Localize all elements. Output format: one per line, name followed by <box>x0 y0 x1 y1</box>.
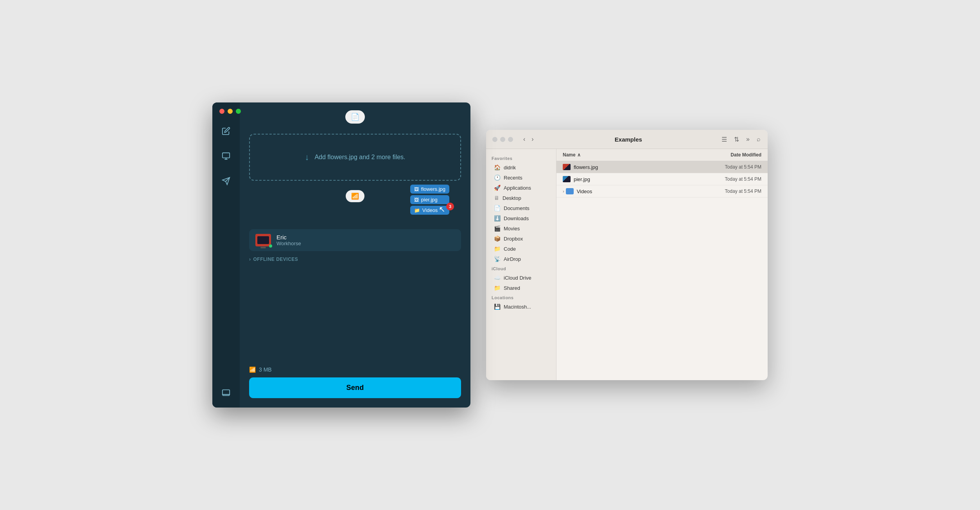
sidebar-label-applications: Applications <box>504 185 531 191</box>
file-row-pier[interactable]: pier.jpg Today at 5:54 PM <box>556 173 768 185</box>
sidebar-label-downloads: Downloads <box>504 215 529 221</box>
sidebar-item-macintosh[interactable]: 💾 Macintosh... <box>488 302 554 312</box>
finder-close-button[interactable] <box>492 137 497 142</box>
download-arrow-icon: ↓ <box>305 152 309 162</box>
pier-thumbnail <box>563 176 571 182</box>
flowers-file-name: flowers.jpg <box>574 164 703 170</box>
main-content: 📄 ↓ Add flowers.jpg and 2 more files. 📶 … <box>240 102 470 408</box>
close-button[interactable] <box>219 109 224 114</box>
sidebar-label-desktop: Desktop <box>503 195 521 201</box>
recents-icon: 🕐 <box>494 174 501 181</box>
image-icon-2: 🖼 <box>414 197 419 203</box>
monitor-icon[interactable] <box>219 149 233 163</box>
locations-header: Locations <box>486 293 556 302</box>
sidebar-label-movies: Movies <box>504 226 520 232</box>
icloud-icon: ☁️ <box>494 275 501 281</box>
view-options-button[interactable]: ☰ <box>721 135 728 144</box>
sidebar-item-airdrop[interactable]: 📡 AirDrop <box>488 254 554 264</box>
sidebar-item-didrik[interactable]: 🏠 didrik <box>488 162 554 172</box>
file-size-row: 📶 3 MB <box>249 366 461 373</box>
sidebar-item-recents[interactable]: 🕐 Recents <box>488 172 554 183</box>
sidebar-item-icloud-drive[interactable]: ☁️ iCloud Drive <box>488 273 554 283</box>
sidebar-item-desktop[interactable]: 🖥 Desktop <box>488 193 554 203</box>
finder-sidebar: Favorites 🏠 didrik 🕐 Recents 🚀 Applicati… <box>486 149 556 380</box>
finder-body: Favorites 🏠 didrik 🕐 Recents 🚀 Applicati… <box>486 149 768 380</box>
finder-fullscreen-button[interactable] <box>508 137 513 142</box>
desktop-icon: 🖥 <box>494 195 499 201</box>
bottom-area: 📶 3 MB Send <box>249 366 461 398</box>
videos-folder-name: Videos <box>577 189 703 194</box>
image-icon: 🖼 <box>414 187 419 192</box>
offline-devices-toggle[interactable]: › OFFLINE DEVICES <box>249 257 461 262</box>
minimize-button[interactable] <box>228 109 233 114</box>
finder-forward-button[interactable]: › <box>529 135 536 144</box>
file-row-flowers[interactable]: flowers.jpg Today at 5:54 PM <box>556 161 768 173</box>
svg-rect-3 <box>223 390 230 395</box>
applications-icon: 🚀 <box>494 185 501 191</box>
date-column-label: Date Modified <box>731 152 761 158</box>
sidebar-label-documents: Documents <box>504 205 529 211</box>
sidebar-label-code: Code <box>504 246 516 252</box>
sidebar-item-downloads[interactable]: ⬇️ Downloads <box>488 213 554 223</box>
finder-file-list: flowers.jpg Today at 5:54 PM pier.jpg To… <box>556 161 768 380</box>
file-size-label: 3 MB <box>259 366 272 373</box>
code-icon: 📁 <box>494 246 501 252</box>
device-screen <box>257 236 269 244</box>
sidebar-item-code[interactable]: 📁 Code <box>488 244 554 254</box>
document-icon: 📄 <box>351 113 359 121</box>
device-online-dot <box>269 244 272 248</box>
sidebar-item-applications[interactable]: 🚀 Applications <box>488 183 554 193</box>
device-info: Eric Workhorse <box>276 234 455 246</box>
finder-back-button[interactable]: ‹ <box>521 135 528 144</box>
device-row[interactable]: Eric Workhorse <box>249 229 461 251</box>
finder-title: Examples <box>541 136 716 143</box>
fullscreen-button[interactable] <box>236 109 241 114</box>
app-sidebar <box>212 102 240 408</box>
wifi-badge: 📶 <box>346 190 364 202</box>
finder-minimize-button[interactable] <box>500 137 505 142</box>
folder-expand-arrow: › <box>563 189 564 194</box>
search-button[interactable]: ⌕ <box>756 135 761 144</box>
sidebar-item-documents[interactable]: 📄 Documents <box>488 203 554 213</box>
finder-toolbar-actions: ☰ ⇅ » ⌕ <box>721 135 761 144</box>
share-button[interactable]: » <box>745 135 750 144</box>
finder-window: ‹ › Examples ☰ ⇅ » ⌕ Favorites 🏠 didrik … <box>486 130 768 380</box>
laptop-bottom-icon[interactable] <box>219 386 233 400</box>
offline-devices-label: OFFLINE DEVICES <box>253 257 298 262</box>
date-column-header[interactable]: Date Modified <box>703 152 761 158</box>
file-tag-flowers[interactable]: 🖼 flowers.jpg <box>410 185 449 194</box>
arrange-button[interactable]: ⇅ <box>733 135 740 144</box>
file-tags: 🖼 flowers.jpg 🖼 pier.jpg 📁 Videos 3 ↖ <box>410 185 449 215</box>
dropbox-icon: 📦 <box>494 235 501 242</box>
sidebar-item-movies[interactable]: 🎬 Movies <box>488 223 554 233</box>
send-button[interactable]: Send <box>249 377 461 398</box>
sidebar-label-icloud-drive: iCloud Drive <box>504 275 531 281</box>
finder-nav-buttons: ‹ › <box>521 135 536 144</box>
app-window: 📄 ↓ Add flowers.jpg and 2 more files. 📶 … <box>212 102 470 408</box>
sidebar-item-shared[interactable]: 📁 Shared <box>488 283 554 293</box>
file-tag-pier[interactable]: 🖼 pier.jpg <box>410 195 449 204</box>
drop-zone[interactable]: ↓ Add flowers.jpg and 2 more files. <box>249 134 461 181</box>
wifi-icon: 📶 <box>351 192 359 200</box>
sidebar-label-macintosh: Macintosh... <box>504 304 531 310</box>
pier-file-date: Today at 5:54 PM <box>703 176 761 182</box>
videos-badge-count: 3 <box>446 203 454 210</box>
edit-icon[interactable] <box>219 124 233 138</box>
flowers-thumbnail <box>563 164 571 170</box>
cursor: ↖ <box>439 205 445 214</box>
flowers-file-date: Today at 5:54 PM <box>703 164 761 170</box>
file-badge: 📄 <box>345 110 365 124</box>
name-column-header[interactable]: Name ∧ <box>563 152 703 158</box>
home-icon: 🏠 <box>494 164 501 171</box>
device-monitor-icon <box>255 234 271 246</box>
videos-folder-icon <box>566 188 574 194</box>
macintosh-icon: 💾 <box>494 303 501 310</box>
paper-plane-icon[interactable] <box>219 174 233 188</box>
sidebar-label-recents: Recents <box>504 175 522 181</box>
file-row-videos[interactable]: › Videos Today at 5:54 PM <box>556 185 768 198</box>
airdrop-icon: 📡 <box>494 256 501 262</box>
shared-icon: 📁 <box>494 285 501 291</box>
flowers-filename: flowers.jpg <box>421 186 445 192</box>
finder-main: Name ∧ Date Modified flowers.jpg Today a… <box>556 149 768 380</box>
sidebar-item-dropbox[interactable]: 📦 Dropbox <box>488 233 554 244</box>
